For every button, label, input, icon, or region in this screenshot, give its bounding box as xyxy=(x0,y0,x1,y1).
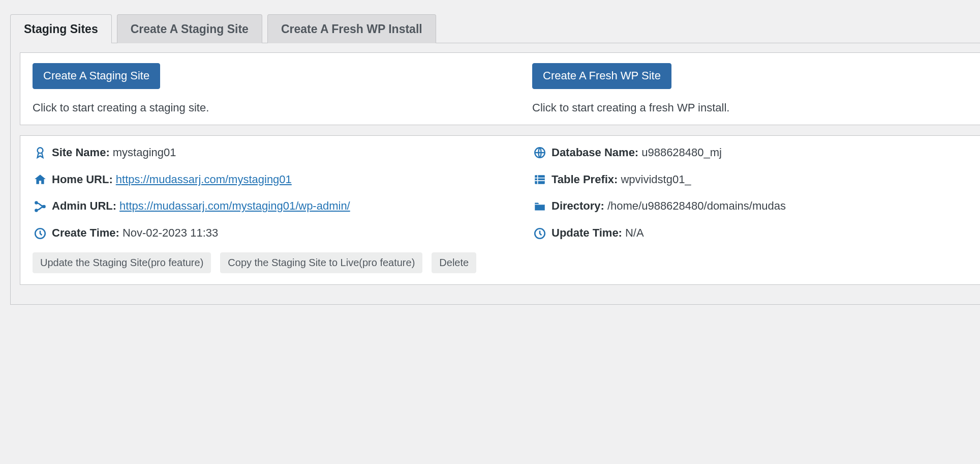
update-time-value: N/A xyxy=(625,225,644,241)
create-time-value: Nov-02-2023 11:33 xyxy=(122,225,218,241)
table-prefix-label: Table Prefix: xyxy=(552,172,618,188)
site-name-value: mystaging01 xyxy=(113,145,176,161)
svg-point-0 xyxy=(38,148,43,153)
admin-url-link[interactable]: https://mudassarj.com/mystaging01/wp-adm… xyxy=(119,198,350,214)
branch-icon xyxy=(33,199,48,214)
update-time-label: Update Time: xyxy=(552,225,622,241)
list-icon xyxy=(532,172,547,187)
create-staging-site-button[interactable]: Create A Staging Site xyxy=(33,63,160,89)
tab-create-staging[interactable]: Create A Staging Site xyxy=(117,14,262,43)
db-name-value: u988628480_mj xyxy=(641,145,722,161)
table-prefix-value: wpvividstg01_ xyxy=(621,172,691,188)
tab-staging-sites[interactable]: Staging Sites xyxy=(10,14,112,43)
home-url-link[interactable]: https://mudassarj.com/mystaging01 xyxy=(116,172,292,188)
db-name-label: Database Name: xyxy=(552,145,638,161)
directory-value: /home/u988628480/domains/mudas xyxy=(607,198,786,214)
tab-create-fresh[interactable]: Create A Fresh WP Install xyxy=(267,14,436,43)
folder-icon xyxy=(532,199,547,214)
svg-rect-6 xyxy=(535,175,545,184)
award-icon xyxy=(33,145,48,160)
directory-label: Directory: xyxy=(552,198,604,214)
update-staging-button[interactable]: Update the Staging Site(pro feature) xyxy=(33,252,211,273)
admin-url-label: Admin URL: xyxy=(52,198,116,214)
tab-panel: Create A Staging Site Click to start cre… xyxy=(10,43,980,305)
copy-to-live-button[interactable]: Copy the Staging Site to Live(pro featur… xyxy=(220,252,422,273)
delete-staging-button[interactable]: Delete xyxy=(432,252,476,273)
home-url-label: Home URL: xyxy=(52,172,113,188)
create-fresh-desc: Click to start creating a fresh WP insta… xyxy=(532,101,979,114)
home-icon xyxy=(33,172,48,187)
create-staging-desc: Click to start creating a staging site. xyxy=(33,101,519,114)
clock-icon xyxy=(33,226,48,241)
site-name-label: Site Name: xyxy=(52,145,110,161)
create-fresh-wp-button[interactable]: Create A Fresh WP Site xyxy=(532,63,671,89)
clock-icon xyxy=(532,226,547,241)
globe-icon xyxy=(532,145,547,160)
create-time-label: Create Time: xyxy=(52,225,119,241)
